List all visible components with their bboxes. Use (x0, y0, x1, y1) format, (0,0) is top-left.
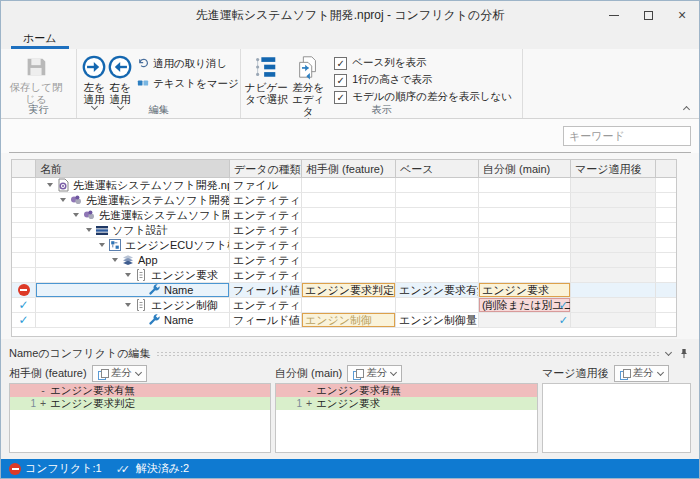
table-row[interactable]: エンジン要求エンティティ (12, 268, 676, 283)
tree-expander-icon[interactable] (73, 213, 79, 217)
row-theirs-cell (302, 298, 396, 313)
diff-dropdown-button[interactable]: 差分 (347, 365, 402, 382)
table-row[interactable]: Nameフィールド値エンジン要求判定エンジン要求有無エンジン要求 (12, 283, 676, 298)
minimize-button[interactable] (597, 1, 631, 29)
row-name-label: ソフト設計 (112, 223, 168, 237)
group-label-run: 実行 (1, 103, 76, 117)
save-and-close-button[interactable]: 保存して閉じる (5, 51, 67, 105)
table-row[interactable]: ✓エンジン制御エンティティ(削除または別ユニットに…✓ (12, 298, 676, 313)
tree-expander-icon[interactable] (99, 243, 105, 247)
checkbox-checked-icon[interactable]: ✓ (334, 91, 347, 104)
merge-text-button[interactable]: テキストをマージ (137, 77, 239, 91)
search-input[interactable] (563, 126, 691, 146)
row-type-cell: エンティティ (230, 253, 302, 268)
table-row[interactable]: ソフト設計エンティティ (12, 223, 676, 238)
header-base[interactable]: ベース (396, 160, 479, 178)
tree-expander-icon[interactable] (125, 273, 131, 277)
row-base-cell (396, 178, 479, 193)
design-icon (95, 223, 109, 237)
diff-content-box[interactable]: -エンジン要求有無1+エンジン要求判定 (9, 383, 271, 453)
header-mine[interactable]: 自分側 (main) (479, 160, 571, 178)
panel-collapse-icon[interactable] (665, 349, 672, 356)
diff-dropdown-button[interactable]: 差分 (614, 365, 669, 382)
apply-right-button[interactable]: 右を適用 (107, 51, 133, 109)
statusbar: コンフリクト:1 ✓✓ 解決済み:2 (1, 457, 699, 478)
row-spacer-cell (656, 238, 676, 253)
header-gutter (12, 160, 36, 178)
conflict-count-label: コンフリクト:1 (25, 461, 102, 476)
row-theirs-cell (302, 238, 396, 253)
diff-pane: マージ適用後差分 (542, 363, 691, 453)
ribbon: 保存して閉じる 実行 左を適用 右を適用 (1, 49, 699, 119)
row-gutter (12, 223, 36, 238)
apply-left-button[interactable]: 左を適用 (81, 51, 107, 109)
row-spacer-cell (656, 178, 676, 193)
pane-header-label: 相手側 (feature) (9, 366, 87, 381)
undo-apply-button[interactable]: 適用の取り消し (137, 57, 239, 71)
diff-content-box[interactable]: -エンジン要求有無1+エンジン要求 (275, 383, 538, 453)
statusbar-resolved: ✓✓ 解決済み:2 (116, 461, 189, 476)
table-row[interactable]: 先進運転システムソフト開発.nproj の差分ファイル (12, 178, 676, 193)
row-base-cell: エンジン制御量 (396, 313, 479, 328)
table-row[interactable]: 先進運転システムソフト開発（Gitデモ）エンティティ (12, 193, 676, 208)
header-data-type[interactable]: データの種類 (230, 160, 302, 178)
row-name-cell: エンジン要求 (36, 268, 230, 283)
show-diff-in-editor-button[interactable]: 差分をエディタで表示 (288, 51, 328, 129)
row-merged-cell (571, 253, 656, 268)
ribbon-group-view: ナビゲータで選択 差分をエディタで表示 ✓ベース列を表示✓1行の高さで表示✓モデ… (241, 49, 523, 118)
diff-pane: 相手側 (feature)差分-エンジン要求有無1+エンジン要求判定 (9, 363, 271, 453)
row-mine-cell: エンジン要求 (479, 283, 571, 298)
merge-text-label: テキストをマージ (153, 77, 239, 91)
table-row[interactable]: 先進運転システムソフト開発（Gitデモ）エンティティ (12, 208, 676, 223)
maximize-button[interactable] (631, 1, 665, 29)
row-name-label: エンジン制御 (151, 298, 218, 312)
row-base-cell (396, 223, 479, 238)
tree-expander-icon[interactable] (60, 198, 66, 202)
ribbon-checkbox[interactable]: ✓モデルの順序の差分を表示しない (334, 90, 512, 104)
apply-left-icon (81, 54, 107, 80)
row-name-label: Name (164, 313, 193, 327)
close-button[interactable]: × (665, 1, 699, 29)
select-in-navigator-label: ナビゲータで選択 (245, 81, 288, 105)
table-row[interactable]: Appエンティティ (12, 253, 676, 268)
checkbox-checked-icon[interactable]: ✓ (334, 57, 347, 70)
pin-icon[interactable] (679, 348, 689, 359)
filter-bar (1, 119, 699, 153)
header-after-merge[interactable]: マージ適用後 (571, 160, 656, 178)
row-merged-cell (571, 193, 656, 208)
select-in-navigator-button[interactable]: ナビゲータで選択 (245, 51, 288, 105)
diff-dropdown-button[interactable]: 差分 (92, 365, 147, 382)
tree-expander-icon[interactable] (125, 303, 131, 307)
row-conflict-icon (12, 283, 36, 298)
tree-expander-icon[interactable] (112, 258, 118, 262)
ribbon-checkbox[interactable]: ✓1行の高さで表示 (334, 73, 512, 87)
tree-expander-icon[interactable] (86, 228, 92, 232)
titlebar: 先進運転システムソフト開発.nproj - コンフリクトの分析 × (1, 1, 699, 29)
tree-expander-icon[interactable] (47, 183, 53, 187)
table-row[interactable]: エンジンECUソフト構造エンティティ (12, 238, 676, 253)
tab-home[interactable]: ホーム (11, 29, 69, 49)
row-merged-cell (571, 238, 656, 253)
row-resolved-check-icon: ✓ (12, 313, 36, 328)
row-mine-cell (479, 238, 571, 253)
chevron-down-icon (135, 368, 142, 375)
row-merged-cell (571, 223, 656, 238)
row-theirs-cell: エンジン要求判定 (302, 283, 396, 298)
ribbon-group-edit: 左を適用 右を適用 適用の取り消し (77, 49, 241, 118)
header-name[interactable]: 名前 (36, 160, 230, 178)
header-theirs[interactable]: 相手側 (feature) (302, 160, 396, 178)
row-base-cell (396, 298, 479, 313)
ribbon-checkbox[interactable]: ✓ベース列を表示 (334, 56, 512, 70)
row-merged-cell (571, 298, 656, 313)
diff-content-box[interactable] (542, 383, 691, 453)
table-row[interactable]: ✓Nameフィールド値エンジン制御エンジン制御量✓ (12, 313, 676, 328)
grip-dots[interactable] (156, 351, 660, 357)
checkbox-checked-icon[interactable]: ✓ (334, 74, 347, 87)
row-name-label: App (138, 253, 158, 267)
collapse-ribbon-icon[interactable] (683, 106, 690, 113)
row-name-label: 先進運転システムソフト開発.nproj の差分 (73, 178, 230, 192)
diff-line-added: 1+エンジン要求判定 (10, 397, 270, 410)
row-spacer-cell (656, 208, 676, 223)
row-theirs-cell (302, 223, 396, 238)
close-icon: × (678, 8, 686, 22)
